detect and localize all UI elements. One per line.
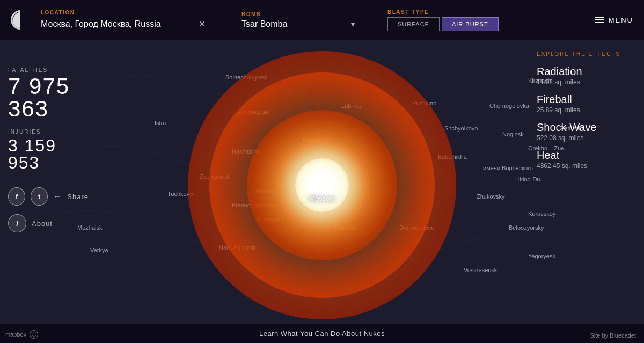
- location-label: LOCATION: [41, 10, 209, 16]
- effect-name: Radiation: [537, 65, 633, 77]
- mapbox-label: mapbox: [5, 331, 26, 338]
- bomb-section: BOMB Tsar Bomba ▾: [241, 11, 355, 28]
- menu-label: MENU: [609, 16, 633, 24]
- header: LOCATION ✕ BOMB Tsar Bomba ▾ BLAST TYPE …: [0, 0, 644, 40]
- bomb-select-wrapper: Tsar Bomba ▾: [241, 19, 355, 28]
- injuries-count: 3 159 953: [8, 137, 89, 171]
- fatalities-label: FATALITIES: [8, 67, 89, 73]
- effects-list: Radiation 11.93 sq. miles Fireball 25.89…: [537, 65, 633, 170]
- social-share-row: f t ← Share: [8, 187, 89, 206]
- info-icon: i: [8, 214, 26, 232]
- menu-icon: [595, 17, 604, 23]
- effect-name: Fireball: [537, 93, 633, 105]
- effect-item-heat[interactable]: Heat 4362.45 sq. miles: [537, 149, 633, 170]
- location-input-wrapper: ✕: [41, 18, 209, 30]
- sidebar-left: FATALITIES 7 975 363 INJURIES 3 159 953 …: [0, 40, 97, 343]
- menu-button[interactable]: MENU: [595, 16, 633, 24]
- clear-location-button[interactable]: ✕: [195, 18, 209, 30]
- menu-line-2: [595, 19, 604, 20]
- header-divider-2: [371, 9, 371, 31]
- bomb-label: BOMB: [241, 11, 355, 17]
- bomb-select[interactable]: Tsar Bomba: [241, 19, 349, 28]
- effect-area: 11.93 sq. miles: [537, 78, 633, 86]
- menu-line-1: [595, 17, 604, 18]
- about-button[interactable]: i About: [8, 214, 89, 232]
- effect-name: Heat: [537, 149, 633, 161]
- blast-type-section: BLAST TYPE SURFACE AIR BURST: [387, 9, 499, 31]
- chevron-down-icon: ▾: [351, 20, 355, 28]
- effect-item-shock-wave[interactable]: Shock Wave 522.08 sq. miles: [537, 121, 633, 142]
- mapbox-logo: mapbox ⓘ: [5, 330, 38, 339]
- injuries-label: INJURIES: [8, 129, 89, 135]
- header-divider-1: [225, 9, 225, 31]
- effect-area: 4362.45 sq. miles: [537, 162, 633, 170]
- effect-area: 522.08 sq. miles: [537, 134, 633, 142]
- effect-item-fireball[interactable]: Fireball 25.89 sq. miles: [537, 93, 633, 114]
- share-label: Share: [67, 193, 89, 201]
- location-input[interactable]: [41, 19, 191, 29]
- effect-item-radiation[interactable]: Radiation 11.93 sq. miles: [537, 65, 633, 86]
- twitter-button[interactable]: t: [31, 187, 48, 206]
- facebook-button[interactable]: f: [8, 187, 25, 206]
- location-section: LOCATION ✕: [41, 10, 209, 30]
- sidebar-right: EXPLORE THE EFFECTS Radiation 11.93 sq. …: [526, 40, 644, 188]
- surface-button[interactable]: SURFACE: [387, 17, 440, 31]
- svg-point-0: [158, 79, 185, 92]
- blast-type-buttons: SURFACE AIR BURST: [387, 17, 499, 31]
- fatalities-count: 7 975 363: [8, 75, 89, 120]
- bottom-bar: mapbox ⓘ Learn What You Can Do About Nuk…: [0, 324, 644, 343]
- menu-line-3: [595, 22, 604, 23]
- explore-effects-label: EXPLORE THE EFFECTS: [537, 51, 633, 57]
- blast-core: [295, 158, 349, 212]
- blast-type-label: BLAST TYPE: [387, 9, 499, 15]
- effect-area: 25.89 sq. miles: [537, 106, 633, 114]
- blast-visual: [188, 51, 456, 319]
- app-logo: [11, 10, 30, 30]
- air-burst-button[interactable]: AIR BURST: [442, 17, 499, 31]
- cta-link[interactable]: Learn What You Can Do About Nukes: [259, 330, 385, 338]
- about-label: About: [32, 220, 53, 228]
- effect-name: Shock Wave: [537, 121, 633, 133]
- mapbox-info-button[interactable]: ⓘ: [30, 330, 38, 339]
- site-by: Site by Bluecadet: [590, 332, 636, 339]
- share-arrow-icon: ←: [53, 192, 62, 201]
